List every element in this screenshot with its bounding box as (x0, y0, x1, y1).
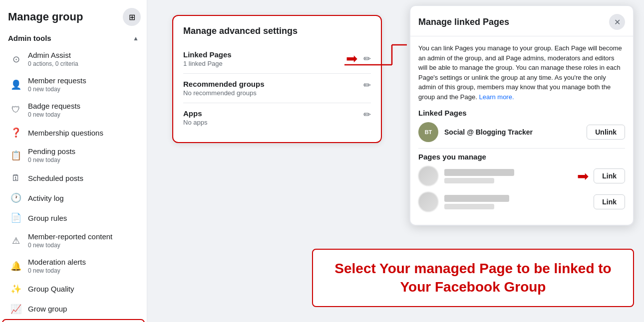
red-arrow-modal-icon: ➡ (577, 168, 589, 184)
linked-page-row: BT Social @ Blogging Tracker Unlink (418, 122, 625, 142)
managed-page-row-2: Link (418, 192, 625, 212)
sidebar-item-label: Group Quality (28, 284, 139, 294)
sidebar-item-membership-questions[interactable]: ❓ Membership questions (2, 123, 145, 143)
member-requests-icon: 👤 (10, 79, 22, 91)
sidebar-title: Manage group (8, 10, 83, 23)
apps-sub: No apps (183, 119, 207, 126)
modal-title: Manage linked Pages (418, 17, 509, 27)
sidebar-item-sub: 0 new today (28, 86, 139, 94)
apps-row[interactable]: Apps No apps ✏ (183, 103, 371, 132)
sidebar-item-label: Grow group (28, 304, 139, 314)
page-name-blurred-1 (444, 169, 514, 176)
sidebar-item-sub: 0 new today (28, 242, 139, 250)
instruction-text: Select Your managed Page to be linked to… (328, 260, 618, 296)
admin-tools-label: Admin tools (8, 34, 51, 42)
sidebar-item-group-quality[interactable]: ✨ Group Quality (2, 279, 145, 299)
sidebar-item-badge-requests[interactable]: 🛡 Badge requests 0 new today (2, 97, 145, 123)
sidebar-item-group-rules[interactable]: 📄 Group rules (2, 208, 145, 228)
sidebar-item-sub: 0 new today (28, 111, 139, 119)
activity-log-icon: 🕐 (10, 192, 22, 204)
managed-page-row-1: ➡ Link (418, 166, 625, 186)
edit-icon[interactable]: ✏ (363, 109, 371, 120)
apps-label: Apps (183, 109, 207, 118)
sidebar-item-sub: 0 actions, 0 criteria (28, 60, 139, 68)
chevron-up-icon: ▲ (133, 35, 139, 42)
edit-icon[interactable]: ✏ (363, 53, 371, 64)
recommended-groups-label: Recommended groups (183, 80, 265, 88)
learn-more-link[interactable]: Learn more. (479, 93, 514, 101)
linked-pages-sub: 1 linked Page (183, 60, 232, 67)
instruction-banner: Select Your managed Page to be linked to… (312, 249, 634, 307)
sidebar-item-moderation-alerts[interactable]: 🔔 Moderation alerts 0 new today (2, 253, 145, 279)
sidebar-item-label: Activity log (28, 193, 139, 203)
sidebar-header: Manage group ⊞ (0, 0, 147, 30)
page-name-blurred-2 (444, 195, 509, 202)
link-button-1[interactable]: Link (594, 168, 625, 183)
page-avatar: BT (418, 122, 438, 142)
badge-requests-icon: 🛡 (10, 104, 22, 116)
advanced-settings-title: Manage advanced settings (183, 26, 371, 36)
sidebar-item[interactable]: ⊙ Admin Assist 0 actions, 0 criteria (2, 46, 145, 72)
moderation-alerts-icon: 🔔 (10, 260, 22, 272)
sidebar-item-label: Scheduled posts (28, 173, 139, 183)
sidebar-item-grow-group[interactable]: 📈 Grow group (2, 299, 145, 319)
sidebar-item-label: Admin Assist (28, 50, 139, 60)
main-content: Manage advanced settings Linked Pages 1 … (147, 0, 644, 322)
sidebar-item-settings[interactable]: ⚙ Settings (2, 319, 145, 322)
recommended-groups-row[interactable]: Recommended groups No recommended groups… (183, 74, 371, 103)
group-quality-icon: ✨ (10, 283, 22, 295)
sidebar-item-member-reported[interactable]: ⚠ Member-reported content 0 new today (2, 228, 145, 253)
linked-pages-modal: Manage linked Pages ✕ You can link Pages… (409, 5, 634, 226)
sidebar-collapse-button[interactable]: ⊞ (123, 8, 141, 26)
sidebar-item-scheduled-posts[interactable]: 🗓 Scheduled posts (2, 168, 145, 188)
grow-group-icon: 📈 (10, 303, 22, 315)
page-avatar-2 (418, 192, 438, 212)
divider (418, 148, 625, 149)
linked-pages-section-title: Linked Pages (418, 109, 625, 117)
recommended-groups-sub: No recommended groups (183, 89, 265, 97)
sidebar-item-label: Moderation alerts (28, 257, 139, 267)
sidebar-item-label: Member requests (28, 76, 139, 86)
sidebar-item-label: Group rules (28, 213, 139, 223)
scheduled-posts-icon: 🗓 (10, 172, 22, 184)
pages-you-manage-title: Pages you manage (418, 153, 625, 161)
page-avatar-1 (418, 166, 438, 186)
sidebar-item-member-requests[interactable]: 👤 Member requests 0 new today (2, 72, 145, 97)
sidebar-item-label: Pending posts (28, 147, 139, 157)
advanced-settings-panel: Manage advanced settings Linked Pages 1 … (172, 15, 382, 143)
sidebar-item-label: Badge requests (28, 101, 139, 111)
page-sub-blurred-1 (444, 178, 494, 183)
sidebar: Manage group ⊞ Admin tools ▲ ⊙ Admin Ass… (0, 0, 147, 322)
pending-posts-icon: 📋 (10, 150, 22, 161)
page-name: Social @ Blogging Tracker (444, 128, 581, 136)
linked-pages-label: Linked Pages (183, 50, 232, 59)
edit-icon[interactable]: ✏ (363, 80, 371, 91)
modal-close-button[interactable]: ✕ (609, 14, 625, 30)
group-rules-icon: 📄 (10, 212, 22, 224)
page-sub-blurred-2 (444, 204, 494, 209)
unlink-button[interactable]: Unlink (587, 125, 625, 140)
link-button-2[interactable]: Link (594, 194, 625, 209)
sidebar-item-label: Member-reported content (28, 232, 139, 242)
member-reported-icon: ⚠ (10, 235, 22, 247)
admin-assist-icon: ⊙ (10, 53, 22, 65)
sidebar-item-activity-log[interactable]: 🕐 Activity log (2, 188, 145, 208)
sidebar-item-sub: 0 new today (28, 157, 139, 164)
sidebar-item-sub: 0 new today (28, 267, 139, 275)
sidebar-item-label: Membership questions (28, 128, 139, 138)
red-arrow-icon: ➡ (346, 50, 357, 67)
membership-questions-icon: ❓ (10, 127, 22, 139)
admin-tools-header: Admin tools ▲ (0, 30, 147, 46)
modal-description: You can link Pages you manage to your gr… (418, 43, 625, 102)
linked-pages-row[interactable]: Linked Pages 1 linked Page ➡ ✏ (183, 44, 371, 74)
sidebar-item-pending-posts[interactable]: 📋 Pending posts 0 new today (2, 143, 145, 168)
modal-header: Manage linked Pages ✕ (410, 6, 633, 36)
modal-body: You can link Pages you manage to your gr… (410, 36, 633, 225)
